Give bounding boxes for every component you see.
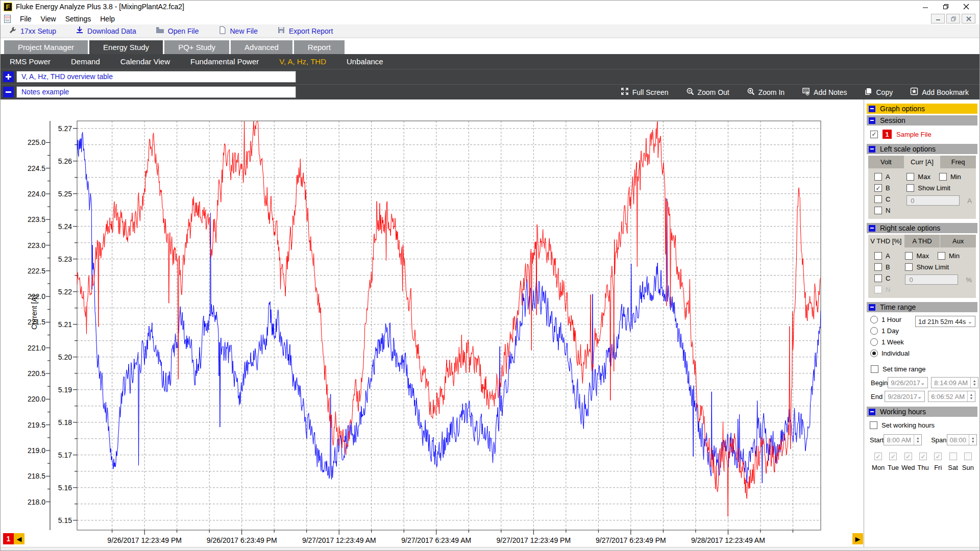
time-range-header[interactable]: Time range <box>867 302 977 312</box>
menu-item-file[interactable]: File <box>15 14 36 24</box>
left-scale-tab-curr-a[interactable]: Curr [A] <box>904 156 941 168</box>
toolbar-download-data[interactable]: Download Data <box>76 26 136 36</box>
tab-report[interactable]: Report <box>294 40 345 54</box>
left-scale-phase-b-checkbox[interactable] <box>874 184 882 192</box>
subtab-calendar-view[interactable]: Calendar View <box>120 57 170 66</box>
line-chart[interactable] <box>1 99 864 549</box>
collapse-icon[interactable] <box>869 117 875 124</box>
toolbar-open-file[interactable]: Open File <box>156 26 199 36</box>
spinner-arrows-icon[interactable]: ▲▼ <box>970 378 978 388</box>
collapse-icon[interactable] <box>869 146 875 153</box>
collapse-icon[interactable] <box>3 87 14 97</box>
working-hours-header[interactable]: Working hours <box>867 407 977 417</box>
overview-table-title[interactable]: V, A, Hz, THD overview table <box>16 71 296 83</box>
session-file-checkbox[interactable] <box>870 131 878 138</box>
copy-button[interactable]: Copy <box>864 87 893 97</box>
right-scale-phase-b-checkbox[interactable] <box>874 263 882 271</box>
left-scale-phase-a-checkbox[interactable] <box>874 173 882 181</box>
restore-icon[interactable] <box>936 1 956 12</box>
right-scale-tab-aux[interactable]: Aux <box>940 235 976 247</box>
menu-item-view[interactable]: View <box>36 14 61 24</box>
spinner-arrows-icon[interactable]: ▲▼ <box>969 435 976 445</box>
subtab-rms-power[interactable]: RMS Power <box>10 57 51 66</box>
right-scale-tab-v-thd[interactable]: V THD [%] <box>868 235 904 247</box>
end-time-spinner[interactable]: 6:06:52 AM ▲▼ <box>928 391 975 402</box>
tab-project-manager[interactable]: Project Manager <box>4 40 88 54</box>
add-bookmark-button[interactable]: Add Bookmark <box>910 87 969 97</box>
graph-options-header[interactable]: Graph options <box>867 104 977 114</box>
subtab-unbalance[interactable]: Unbalance <box>347 57 383 66</box>
tab-energy-study[interactable]: Energy Study <box>89 40 163 54</box>
right-scale-phase-c-checkbox[interactable] <box>874 274 882 282</box>
begin-time-spinner[interactable]: 8:14:09 AM ▲▼ <box>931 377 978 388</box>
left-scale-tab-freq[interactable]: Freq <box>940 156 976 168</box>
minimize-icon[interactable] <box>915 1 936 12</box>
full-screen-button[interactable]: Full Screen <box>621 87 669 97</box>
collapse-icon[interactable] <box>869 304 875 311</box>
tab-advanced[interactable]: Advanced <box>231 40 292 54</box>
current-tick-label: 5.17 <box>48 451 72 459</box>
spinner-arrows-icon[interactable]: ▲▼ <box>967 391 975 402</box>
right-scale-min-checkbox[interactable] <box>938 252 945 260</box>
day-checkbox-thu[interactable] <box>919 453 927 460</box>
right-scale-show-limit-checkbox[interactable] <box>905 263 913 271</box>
day-checkbox-wed[interactable] <box>904 453 912 460</box>
left-scale-limit-input[interactable]: 0 <box>906 195 960 206</box>
right-scale-header[interactable]: Right scale options <box>867 223 977 233</box>
right-scale-max-checkbox[interactable] <box>905 252 913 260</box>
left-scale-show-limit-checkbox[interactable] <box>906 184 914 192</box>
toolbar-17xx-setup[interactable]: 17xx Setup <box>9 26 56 36</box>
menu-items: FileViewSettingsHelp <box>15 14 119 24</box>
subtab-demand[interactable]: Demand <box>71 57 100 66</box>
expand-icon[interactable] <box>3 71 14 82</box>
day-checkbox-sun[interactable] <box>964 453 972 460</box>
session-file-name[interactable]: Sample File <box>896 131 932 138</box>
radio-1-day[interactable] <box>870 327 878 335</box>
toolbar-new-file[interactable]: New File <box>218 26 258 36</box>
set-working-hours-checkbox[interactable] <box>870 421 877 429</box>
left-scale-phase-c-checkbox[interactable] <box>874 195 882 203</box>
zoom-in-button[interactable]: Zoom In <box>747 87 785 97</box>
left-scale-tab-volt[interactable]: Volt <box>868 156 904 168</box>
day-checkbox-mon[interactable] <box>874 453 882 460</box>
subtab-fundamental-power[interactable]: Fundamental Power <box>190 57 259 66</box>
subtab-v-a-hz-thd[interactable]: V, A, Hz, THD <box>279 57 326 66</box>
collapse-icon[interactable] <box>869 225 875 232</box>
session-header[interactable]: Session <box>867 115 977 126</box>
left-scale-max-checkbox[interactable] <box>906 173 914 181</box>
set-time-range-checkbox[interactable] <box>871 365 878 373</box>
prev-page-icon[interactable]: ◀ <box>14 533 24 544</box>
left-scale-min-checkbox[interactable] <box>939 173 947 181</box>
day-checkbox-tue[interactable] <box>889 453 897 460</box>
close-icon[interactable] <box>956 1 976 12</box>
right-scale-tab-a-thd[interactable]: A THD <box>904 235 941 247</box>
radio-1-week[interactable] <box>870 338 878 346</box>
mdi-minimize-icon[interactable] <box>931 14 945 23</box>
mdi-restore-icon[interactable] <box>946 14 960 23</box>
end-date-select[interactable]: 9/28/2017 ⌄ <box>885 391 925 402</box>
day-checkbox-fri[interactable] <box>934 453 942 460</box>
menu-item-settings[interactable]: Settings <box>61 14 96 24</box>
add-notes-button[interactable]: Add Notes <box>802 87 847 97</box>
left-scale-phase-n-checkbox[interactable] <box>874 207 882 214</box>
left-scale-header[interactable]: Left scale options <box>867 144 977 154</box>
toolbar-export-report[interactable]: Export Report <box>277 26 333 36</box>
radio-1-hour[interactable] <box>870 316 878 323</box>
radio-individual[interactable] <box>870 349 878 357</box>
notes-title[interactable]: Notes example <box>16 86 296 98</box>
collapse-icon[interactable] <box>869 409 875 415</box>
duration-select[interactable]: 1d 21h 52m 44s ⌄ <box>915 316 975 327</box>
span-spinner[interactable]: 08:00 ▲▼ <box>947 434 977 445</box>
right-scale-limit-input[interactable]: 0 <box>905 274 958 285</box>
collapse-icon[interactable] <box>869 106 875 112</box>
zoom-out-button[interactable]: Zoom Out <box>686 87 729 97</box>
tab-pq-study[interactable]: PQ+ Study <box>164 40 229 54</box>
next-page-icon[interactable]: ▶ <box>852 533 863 544</box>
begin-date-select[interactable]: 9/26/2017 ⌄ <box>888 377 928 388</box>
day-checkbox-sat[interactable] <box>949 453 957 460</box>
right-scale-phase-a-checkbox[interactable] <box>874 252 882 260</box>
spinner-arrows-icon[interactable]: ▲▼ <box>914 435 921 445</box>
start-time-spinner[interactable]: 8:00 AM ▲▼ <box>884 434 922 445</box>
mdi-close-icon[interactable] <box>962 14 975 23</box>
menu-item-help[interactable]: Help <box>95 14 119 24</box>
